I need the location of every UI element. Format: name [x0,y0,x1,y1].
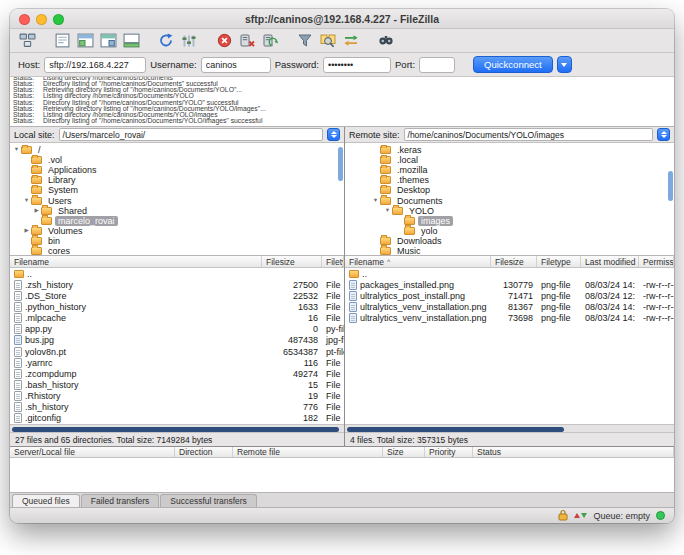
expander-icon[interactable] [383,208,392,214]
transfer-queue-toggle-icon[interactable] [121,31,141,50]
column-header-filesize[interactable]: Filesize [262,256,322,267]
process-queue-icon[interactable] [179,31,199,50]
remote-site-combo[interactable]: /home/caninos/Documents/YOLO/images [404,128,653,141]
tree-item[interactable]: cores [10,246,344,256]
tree-item[interactable]: Applications [10,165,344,175]
zoom-window-button[interactable] [53,14,64,25]
file-row[interactable]: yolov8n.pt6534387pt-file [10,346,344,357]
tree-item[interactable]: Users [10,195,344,205]
local-site-dropdown-icon[interactable] [327,128,340,141]
column-header-remote-file[interactable]: Remote file [233,447,383,457]
vertical-scrollbar-thumb[interactable] [668,171,673,201]
expander-icon[interactable] [371,198,380,204]
tree-item[interactable]: YOLO [345,206,674,216]
file-row[interactable]: packages_installed.png130779png-file08/0… [345,279,674,290]
compare-icon[interactable] [318,31,338,50]
tree-item[interactable]: .local [345,155,674,165]
minimize-window-button[interactable] [36,14,47,25]
site-manager-icon[interactable] [17,31,37,50]
tab-successful-transfers[interactable]: Successful transfers [160,494,257,507]
file-row[interactable]: .sh_history776File [10,402,344,413]
column-header-filesize[interactable]: Filesize [491,256,537,267]
lock-icon[interactable] [558,509,568,523]
local-site-combo[interactable]: /Users/marcelo_rovai/ [59,128,323,141]
tree-item[interactable]: Music [345,246,674,256]
file-row[interactable]: .gitconfig182File [10,413,344,424]
vertical-scrollbar-thumb[interactable] [338,147,343,181]
column-header-direction[interactable]: Direction [175,447,233,457]
tree-item[interactable]: .mozilla [345,165,674,175]
cancel-icon[interactable] [214,31,234,50]
host-input[interactable] [44,57,146,73]
column-header-filename[interactable]: Filename [10,256,262,267]
filter-icon[interactable] [295,31,315,50]
message-log-toggle-icon[interactable] [52,31,72,50]
file-row[interactable]: app.py0py-file [10,324,344,335]
local-tree-toggle-icon[interactable] [75,31,95,50]
column-header-filetype[interactable]: Filetype [537,256,581,267]
password-input[interactable] [323,57,391,73]
column-header-filename[interactable]: Filename^ [345,256,491,267]
horizontal-scrollbar[interactable] [345,424,674,432]
file-row[interactable]: bus.jpg487438jpg-file [10,335,344,346]
tree-item[interactable]: bin [10,236,344,246]
column-header-permissions[interactable]: Permissions [639,256,674,267]
column-header-priority[interactable]: Priority [425,447,473,457]
file-row[interactable]: .. [10,268,344,279]
column-header-size[interactable]: Size [383,447,425,457]
quickconnect-dropdown-icon[interactable] [557,56,572,73]
file-row[interactable]: ultralytics_venv_installation.png73698pn… [345,313,674,324]
tree-item[interactable]: / [10,145,344,155]
file-row[interactable]: .zcompdump49274File [10,368,344,379]
column-header-filetype[interactable]: Filetype [322,256,344,267]
tree-item[interactable]: Documents [345,195,674,205]
title-bar[interactable]: sftp://caninos@192.168.4.227 - FileZilla [10,9,674,29]
tree-item[interactable]: Downloads [345,236,674,246]
tree-item[interactable]: yolo [345,226,674,236]
column-header-status[interactable]: Status [473,447,674,457]
file-row[interactable]: .bash_history15File [10,379,344,390]
tree-item[interactable]: Volumes [10,226,344,236]
synchronized-browsing-icon[interactable] [341,31,361,50]
tab-failed-transfers[interactable]: Failed transfers [81,494,160,507]
remote-tree-toggle-icon[interactable] [98,31,118,50]
expander-icon[interactable] [22,228,31,234]
expander-icon[interactable] [12,147,21,153]
close-window-button[interactable] [19,14,30,25]
quickconnect-button[interactable]: Quickconnect [473,56,553,73]
expander-icon[interactable] [22,198,31,204]
refresh-icon[interactable] [156,31,176,50]
expander-icon[interactable] [32,208,41,214]
file-row[interactable]: .yarnrc116File [10,357,344,368]
horizontal-scrollbar[interactable] [10,424,344,432]
tree-item[interactable]: Shared [10,206,344,216]
file-row[interactable]: .zsh_history27500File [10,279,344,290]
tree-item-selected[interactable]: marcelo_rovai [10,216,344,226]
tree-item[interactable]: Library [10,175,344,185]
find-files-icon[interactable] [376,31,396,50]
horizontal-scrollbar-thumb[interactable] [12,427,339,432]
tree-item[interactable]: System [10,185,344,195]
file-row[interactable]: ultralytics_venv_installation.png81367pn… [345,301,674,312]
tree-item-selected[interactable]: images [345,216,674,226]
tree-item[interactable]: .themes [345,175,674,185]
username-input[interactable] [201,57,271,73]
file-row[interactable]: .. [345,268,674,279]
column-header-last-modified[interactable]: Last modified [581,256,639,267]
file-row[interactable]: .python_history1633File [10,301,344,312]
remote-site-dropdown-icon[interactable] [657,128,670,141]
file-row[interactable]: .DS_Store22532File [10,290,344,301]
file-row[interactable]: ultralytics_post_install.png71471png-fil… [345,290,674,301]
tree-item[interactable]: .keras [345,145,674,155]
column-header-server-local-file[interactable]: Server/Local file [10,447,175,457]
file-row[interactable]: .Rhistory19File [10,391,344,402]
tree-item[interactable]: Desktop [345,185,674,195]
tree-item[interactable]: .vol [10,155,344,165]
connection-status-icon[interactable] [656,511,665,520]
port-input[interactable] [419,57,455,73]
tab-queued-files[interactable]: Queued files [12,494,80,507]
horizontal-scrollbar-thumb[interactable] [347,427,564,432]
transfer-indicator-icon[interactable] [574,513,587,518]
file-row[interactable]: .mlpcache16File [10,313,344,324]
disconnect-icon[interactable] [237,31,257,50]
